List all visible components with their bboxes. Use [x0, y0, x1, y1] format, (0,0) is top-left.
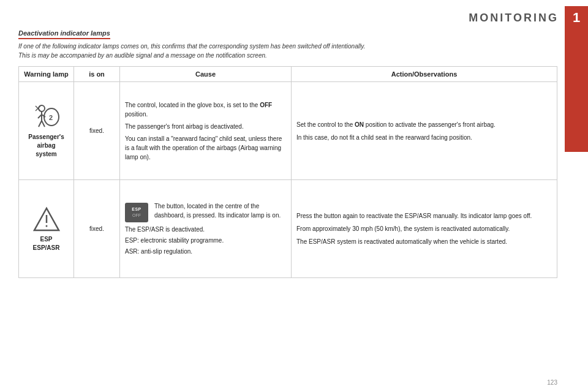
lamp-label-airbag: Passenger's airbag system [24, 133, 69, 159]
sidebar-accent [565, 29, 588, 152]
lamp-label-esp2: ESP/ASR [24, 244, 69, 252]
action-line-1: Set the control to the ON position to ac… [296, 120, 552, 129]
cause-esp-line-2: ESP: electronic stability programme. [125, 236, 286, 245]
ison-cell-airbag: fixed. [74, 82, 120, 180]
svg-line-4 [39, 121, 42, 127]
warning-table: Warning lamp is on Cause Action/Observat… [18, 66, 557, 278]
svg-point-12 [45, 225, 47, 227]
footer-page-number: 123 [547, 379, 557, 386]
svg-line-5 [42, 121, 45, 127]
page-number: 1 [565, 6, 588, 29]
deactivation-title: Deactivation indicator lamps [18, 29, 110, 39]
cause-esp-line-1: The ESP/ASR is deactivated. [125, 225, 286, 234]
col-header-cause: Cause [120, 67, 292, 82]
cause-line-2: The passenger's front airbag is deactiva… [125, 122, 286, 131]
cause-esp-line-3: ASR: anti-slip regulation. [125, 247, 286, 256]
table-row: ESP ESP/ASR fixed. ESP OFF The button, l… [19, 180, 557, 278]
action-cell-esp: Press the button again to reactivate the… [292, 180, 557, 278]
lamp-cell-airbag: 2 Passenger's airbag system [19, 82, 74, 180]
cause-button-text: The button, located in the centre of the… [154, 202, 286, 220]
col-header-ison: is on [74, 67, 120, 82]
lamp-label-esp: ESP [24, 235, 69, 244]
action-line-2: In this case, do not fit a child seat in… [296, 133, 552, 142]
table-header-row: Warning lamp is on Cause Action/Observat… [19, 67, 557, 82]
col-header-lamp: Warning lamp [19, 67, 74, 82]
table-row: 2 Passenger's airbag system fixed. The c… [19, 82, 557, 180]
col-header-action: Action/Observations [292, 67, 557, 82]
cause-cell-airbag: The control, located in the glove box, i… [120, 82, 292, 180]
action-esp-line-3: The ESP/ASR system is reactivated automa… [296, 237, 552, 246]
main-content: Deactivation indicator lamps If one of t… [18, 29, 557, 380]
esp-button-image: ESP OFF [125, 203, 148, 222]
airbag-icon: 2 [31, 104, 62, 130]
cause-cell-esp: ESP OFF The button, located in the centr… [120, 180, 292, 278]
lamp-cell-esp: ESP ESP/ASR [19, 180, 74, 278]
cause-with-button: ESP OFF The button, located in the centr… [125, 202, 286, 222]
deactivation-desc: If one of the following indicator lamps … [18, 42, 557, 60]
page-header: MONITORING 1 [469, 6, 588, 29]
action-esp-line-2: From approximately 30 mph (50 km/h), the… [296, 224, 552, 233]
ison-cell-esp: fixed. [74, 180, 120, 278]
svg-text:2: 2 [49, 114, 53, 121]
cause-line-1: The control, located in the glove box, i… [125, 100, 286, 119]
action-esp-line-1: Press the button again to reactivate the… [296, 211, 552, 221]
cause-line-3: You can install a "rearward facing" chil… [125, 134, 286, 162]
page-title: MONITORING [469, 12, 565, 24]
esp-icon [33, 206, 60, 233]
action-cell-airbag: Set the control to the ON position to ac… [292, 82, 557, 180]
